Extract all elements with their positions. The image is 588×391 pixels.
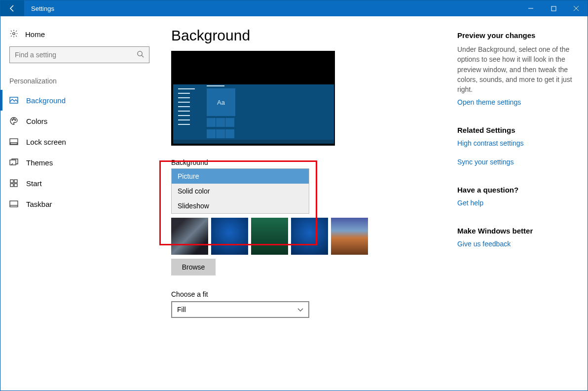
sidebar-item-lockscreen[interactable]: Lock screen <box>0 131 158 152</box>
background-dropdown-label: Background <box>171 158 442 166</box>
dropdown-option-picture[interactable]: Picture <box>172 169 309 184</box>
sidebar-item-label: Colors <box>26 117 47 125</box>
search-input[interactable] <box>15 51 137 59</box>
close-button[interactable] <box>565 0 588 16</box>
fit-value: Fill <box>177 306 186 313</box>
themes-icon <box>9 158 18 167</box>
sidebar-item-themes[interactable]: Themes <box>0 152 158 173</box>
background-thumb[interactable] <box>171 218 208 255</box>
titlebar: Settings <box>0 0 588 16</box>
section-heading: Personalization <box>0 72 158 90</box>
sidebar-item-background[interactable]: Background <box>0 90 158 111</box>
search-box[interactable] <box>9 46 149 63</box>
svg-point-10 <box>15 119 16 120</box>
sidebar-item-start[interactable]: Start <box>0 173 158 194</box>
svg-rect-15 <box>14 180 17 183</box>
link-open-theme-settings[interactable]: Open theme settings <box>457 98 577 106</box>
picture-icon <box>9 96 18 105</box>
svg-rect-12 <box>10 143 17 144</box>
svg-point-8 <box>12 119 13 120</box>
svg-point-5 <box>138 51 142 56</box>
lockscreen-icon <box>9 137 18 146</box>
right-heading: Related Settings <box>457 126 577 134</box>
svg-point-4 <box>13 33 15 35</box>
back-button[interactable] <box>0 0 24 16</box>
right-heading: Have a question? <box>457 186 577 194</box>
background-dropdown-open[interactable]: Picture Solid color Slideshow <box>171 168 309 214</box>
window-title: Settings <box>31 5 54 12</box>
svg-line-6 <box>142 55 144 57</box>
start-icon <box>9 179 18 188</box>
svg-rect-13 <box>10 160 16 165</box>
dropdown-option-slideshow[interactable]: Slideshow <box>172 198 309 213</box>
window-controls <box>519 0 588 16</box>
gear-icon <box>9 29 18 39</box>
picture-thumbnails <box>171 218 442 255</box>
link-sync-settings[interactable]: Sync your settings <box>457 158 577 166</box>
svg-rect-14 <box>10 180 13 183</box>
fit-label: Choose a fit <box>171 290 442 298</box>
sidebar-item-label: Start <box>26 179 42 188</box>
link-get-help[interactable]: Get help <box>457 199 577 207</box>
svg-rect-11 <box>10 139 18 145</box>
minimize-button[interactable] <box>519 0 542 16</box>
sidebar-item-taskbar[interactable]: Taskbar <box>0 194 158 214</box>
browse-button[interactable]: Browse <box>171 259 216 275</box>
right-heading: Make Windows better <box>457 227 577 235</box>
sidebar-item-colors[interactable]: Colors <box>0 111 158 131</box>
svg-rect-17 <box>14 184 17 187</box>
fit-dropdown[interactable]: Fill <box>171 301 309 318</box>
sidebar-item-label: Lock screen <box>26 138 66 146</box>
sidebar: Home Personalization Background Colors <box>0 16 158 391</box>
dropdown-option-solidcolor[interactable]: Solid color <box>172 184 309 198</box>
background-thumb[interactable] <box>291 218 328 255</box>
link-high-contrast[interactable]: High contrast settings <box>457 139 577 147</box>
svg-point-9 <box>13 118 14 119</box>
main-content: Background Aa Background Picture Solid c… <box>158 16 457 391</box>
taskbar-icon <box>9 199 18 208</box>
background-preview: Aa <box>171 51 335 146</box>
background-thumb[interactable] <box>251 218 288 255</box>
right-pane: Preview your changes Under Background, s… <box>457 16 588 391</box>
home-label: Home <box>25 30 45 39</box>
right-heading: Preview your changes <box>457 31 577 39</box>
palette-icon <box>9 117 18 125</box>
preview-sample-text: Aa <box>207 88 235 116</box>
home-nav[interactable]: Home <box>0 25 158 46</box>
page-title: Background <box>171 27 442 44</box>
svg-rect-1 <box>551 6 556 11</box>
sidebar-item-label: Background <box>26 96 66 105</box>
maximize-button[interactable] <box>542 0 565 16</box>
sidebar-item-label: Themes <box>26 158 53 167</box>
right-body: Under Background, select one of the opti… <box>457 44 577 94</box>
chevron-down-icon <box>297 306 303 313</box>
svg-rect-16 <box>10 184 13 187</box>
svg-rect-18 <box>10 201 18 207</box>
sidebar-item-label: Taskbar <box>26 200 52 208</box>
background-thumb[interactable] <box>211 218 248 255</box>
background-thumb[interactable] <box>331 218 368 255</box>
search-icon <box>137 50 144 59</box>
link-give-feedback[interactable]: Give us feedback <box>457 240 577 248</box>
